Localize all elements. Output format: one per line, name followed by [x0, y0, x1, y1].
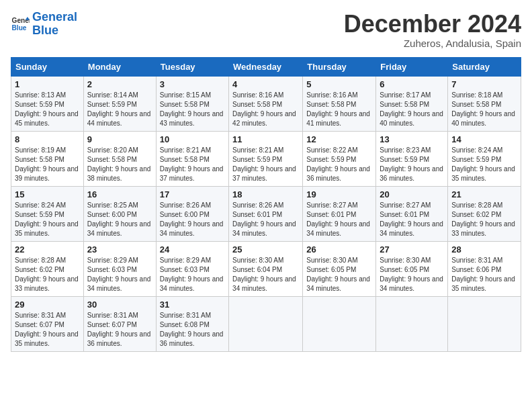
day-number: 29 — [15, 300, 80, 310]
day-info: Sunrise: 8:31 AMSunset: 6:07 PMDaylight:… — [87, 311, 152, 349]
logo: General Blue GeneralBlue — [11, 11, 77, 38]
day-info: Sunrise: 8:19 AMSunset: 5:58 PMDaylight:… — [15, 146, 80, 183]
calendar-cell: 17Sunrise: 8:26 AMSunset: 6:00 PMDayligh… — [156, 186, 228, 241]
day-info: Sunrise: 8:29 AMSunset: 6:03 PMDaylight:… — [87, 256, 152, 293]
calendar-cell: 8Sunrise: 8:19 AMSunset: 5:58 PMDaylight… — [11, 131, 84, 186]
day-info: Sunrise: 8:24 AMSunset: 5:59 PMDaylight:… — [451, 146, 517, 183]
day-info: Sunrise: 8:31 AMSunset: 6:06 PMDaylight:… — [451, 256, 517, 293]
day-number: 18 — [232, 189, 299, 199]
calendar-cell: 4Sunrise: 8:16 AMSunset: 5:58 PMDaylight… — [229, 76, 303, 131]
day-info: Sunrise: 8:21 AMSunset: 5:59 PMDaylight:… — [232, 146, 299, 183]
day-number: 1 — [15, 79, 80, 89]
day-info: Sunrise: 8:27 AMSunset: 6:01 PMDaylight:… — [380, 201, 444, 238]
day-number: 13 — [380, 134, 444, 144]
calendar-week-row: 29Sunrise: 8:31 AMSunset: 6:07 PMDayligh… — [11, 296, 521, 351]
calendar-cell: 18Sunrise: 8:26 AMSunset: 6:01 PMDayligh… — [229, 186, 303, 241]
day-number: 4 — [232, 79, 299, 89]
day-info: Sunrise: 8:22 AMSunset: 5:59 PMDaylight:… — [306, 146, 372, 183]
calendar-cell: 20Sunrise: 8:27 AMSunset: 6:01 PMDayligh… — [376, 186, 448, 241]
day-info: Sunrise: 8:28 AMSunset: 6:02 PMDaylight:… — [451, 201, 517, 238]
day-info: Sunrise: 8:15 AMSunset: 5:58 PMDaylight:… — [160, 91, 225, 128]
day-number: 31 — [160, 300, 225, 310]
logo-text: GeneralBlue — [32, 11, 77, 38]
header-day: Monday — [83, 57, 156, 76]
day-info: Sunrise: 8:14 AMSunset: 5:59 PMDaylight:… — [87, 91, 152, 128]
calendar-week-row: 15Sunrise: 8:24 AMSunset: 5:59 PMDayligh… — [11, 186, 521, 241]
header-day: Friday — [376, 57, 448, 76]
calendar-cell: 26Sunrise: 8:30 AMSunset: 6:05 PMDayligh… — [303, 241, 376, 296]
calendar-cell: 7Sunrise: 8:18 AMSunset: 5:58 PMDaylight… — [448, 76, 521, 131]
month-title: December 2024 — [344, 11, 521, 38]
day-number: 23 — [87, 244, 152, 255]
day-number: 15 — [15, 189, 80, 199]
calendar-cell: 15Sunrise: 8:24 AMSunset: 5:59 PMDayligh… — [11, 186, 84, 241]
day-info: Sunrise: 8:23 AMSunset: 5:59 PMDaylight:… — [380, 146, 444, 183]
day-number: 14 — [451, 134, 517, 144]
calendar-cell: 19Sunrise: 8:27 AMSunset: 6:01 PMDayligh… — [303, 186, 376, 241]
day-number: 3 — [160, 79, 225, 89]
calendar-cell: 30Sunrise: 8:31 AMSunset: 6:07 PMDayligh… — [83, 296, 156, 351]
day-number: 28 — [451, 244, 517, 255]
day-number: 9 — [87, 134, 152, 144]
day-info: Sunrise: 8:13 AMSunset: 5:59 PMDaylight:… — [15, 91, 80, 128]
header-row: SundayMondayTuesdayWednesdayThursdayFrid… — [11, 57, 521, 76]
calendar-cell: 2Sunrise: 8:14 AMSunset: 5:59 PMDaylight… — [83, 76, 156, 131]
calendar-cell: 31Sunrise: 8:31 AMSunset: 6:08 PMDayligh… — [156, 296, 228, 351]
calendar-cell: 28Sunrise: 8:31 AMSunset: 6:06 PMDayligh… — [448, 241, 521, 296]
day-info: Sunrise: 8:29 AMSunset: 6:03 PMDaylight:… — [160, 256, 225, 293]
calendar-cell: 1Sunrise: 8:13 AMSunset: 5:59 PMDaylight… — [11, 76, 84, 131]
day-number: 8 — [15, 134, 80, 144]
calendar-cell: 16Sunrise: 8:25 AMSunset: 6:00 PMDayligh… — [83, 186, 156, 241]
day-number: 19 — [306, 189, 372, 199]
calendar-cell — [303, 296, 376, 351]
day-info: Sunrise: 8:28 AMSunset: 6:02 PMDaylight:… — [15, 256, 80, 293]
calendar-week-row: 22Sunrise: 8:28 AMSunset: 6:02 PMDayligh… — [11, 241, 521, 296]
calendar-cell — [448, 296, 521, 351]
day-number: 27 — [380, 244, 444, 255]
calendar-cell: 12Sunrise: 8:22 AMSunset: 5:59 PMDayligh… — [303, 131, 376, 186]
calendar-cell: 23Sunrise: 8:29 AMSunset: 6:03 PMDayligh… — [83, 241, 156, 296]
calendar-cell: 3Sunrise: 8:15 AMSunset: 5:58 PMDaylight… — [156, 76, 228, 131]
calendar-cell: 29Sunrise: 8:31 AMSunset: 6:07 PMDayligh… — [11, 296, 84, 351]
calendar-week-row: 8Sunrise: 8:19 AMSunset: 5:58 PMDaylight… — [11, 131, 521, 186]
day-number: 7 — [451, 79, 517, 89]
calendar-week-row: 1Sunrise: 8:13 AMSunset: 5:59 PMDaylight… — [11, 76, 521, 131]
day-number: 6 — [380, 79, 444, 89]
day-info: Sunrise: 8:17 AMSunset: 5:58 PMDaylight:… — [380, 91, 444, 128]
calendar-cell: 24Sunrise: 8:29 AMSunset: 6:03 PMDayligh… — [156, 241, 228, 296]
day-number: 25 — [232, 244, 299, 255]
day-number: 16 — [87, 189, 152, 199]
calendar-cell: 14Sunrise: 8:24 AMSunset: 5:59 PMDayligh… — [448, 131, 521, 186]
calendar-cell — [229, 296, 303, 351]
header-day: Tuesday — [156, 57, 228, 76]
day-info: Sunrise: 8:26 AMSunset: 6:00 PMDaylight:… — [160, 201, 225, 238]
day-number: 30 — [87, 300, 152, 310]
day-info: Sunrise: 8:16 AMSunset: 5:58 PMDaylight:… — [306, 91, 372, 128]
header-day: Thursday — [303, 57, 376, 76]
day-info: Sunrise: 8:25 AMSunset: 6:00 PMDaylight:… — [87, 201, 152, 238]
header: General Blue GeneralBlue December 2024 Z… — [11, 11, 521, 49]
calendar-cell: 27Sunrise: 8:30 AMSunset: 6:05 PMDayligh… — [376, 241, 448, 296]
day-info: Sunrise: 8:27 AMSunset: 6:01 PMDaylight:… — [306, 201, 372, 238]
day-info: Sunrise: 8:20 AMSunset: 5:58 PMDaylight:… — [87, 146, 152, 183]
title-area: December 2024 Zuheros, Andalusia, Spain — [344, 11, 521, 49]
calendar-cell: 21Sunrise: 8:28 AMSunset: 6:02 PMDayligh… — [448, 186, 521, 241]
svg-text:Blue: Blue — [12, 24, 27, 32]
day-number: 22 — [15, 244, 80, 255]
day-info: Sunrise: 8:18 AMSunset: 5:58 PMDaylight:… — [451, 91, 517, 128]
calendar-cell: 11Sunrise: 8:21 AMSunset: 5:59 PMDayligh… — [229, 131, 303, 186]
day-info: Sunrise: 8:24 AMSunset: 5:59 PMDaylight:… — [15, 201, 80, 238]
day-number: 2 — [87, 79, 152, 89]
day-number: 5 — [306, 79, 372, 89]
day-number: 26 — [306, 244, 372, 255]
calendar-cell: 13Sunrise: 8:23 AMSunset: 5:59 PMDayligh… — [376, 131, 448, 186]
calendar-cell — [376, 296, 448, 351]
calendar-cell: 22Sunrise: 8:28 AMSunset: 6:02 PMDayligh… — [11, 241, 84, 296]
header-day: Wednesday — [229, 57, 303, 76]
day-info: Sunrise: 8:30 AMSunset: 6:05 PMDaylight:… — [306, 256, 372, 293]
day-number: 10 — [160, 134, 225, 144]
day-number: 21 — [451, 189, 517, 199]
header-day: Saturday — [448, 57, 521, 76]
day-number: 20 — [380, 189, 444, 199]
day-number: 12 — [306, 134, 372, 144]
